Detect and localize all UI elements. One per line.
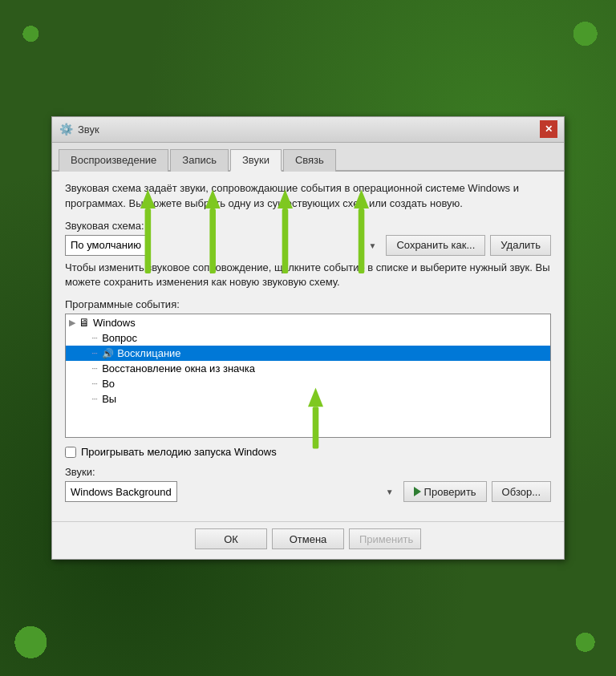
- scheme-description: Звуковая схема задаёт звуки, сопровождаю…: [65, 181, 551, 212]
- startup-checkbox-row: Проигрывать мелодию запуска Windows: [65, 446, 551, 458]
- apply-button[interactable]: Применить: [349, 528, 421, 549]
- title-bar-left: ⚙️ Звук: [59, 122, 99, 136]
- title-bar: ⚙️ Звук ✕: [52, 117, 564, 143]
- play-icon: [414, 487, 421, 496]
- sounds-panel: Звуковая схема задаёт звуки, сопровождаю…: [52, 172, 564, 521]
- startup-label[interactable]: Проигрывать мелодию запуска Windows: [81, 446, 277, 458]
- sound-icon: ⚙️: [59, 122, 73, 136]
- group-folder-icon: 🖥: [79, 316, 90, 329]
- tree-line-5: ····: [91, 395, 97, 403]
- sounds-label: Звуки:: [65, 466, 551, 478]
- sounds-row: Windows Background Проверить Обзор...: [65, 481, 551, 502]
- browse-button[interactable]: Обзор...: [492, 481, 551, 502]
- scheme-select-wrapper: По умолчанию: [65, 235, 381, 256]
- ok-button[interactable]: ОК: [195, 528, 267, 549]
- window-title: Звук: [78, 123, 99, 136]
- group-label: Windows: [93, 317, 136, 329]
- test-button[interactable]: Проверить: [403, 481, 487, 502]
- event-vopros[interactable]: ···· Вопрос: [66, 330, 550, 346]
- tab-playback[interactable]: Воспроизведение: [59, 149, 168, 172]
- event-label-vosstanovlenie: Восстановление окна из значка: [102, 362, 255, 374]
- tab-sounds[interactable]: Звуки: [230, 149, 282, 172]
- tab-bar: Воспроизведение Запись Звуки Связь: [52, 143, 564, 172]
- event-label-vy: Вы: [102, 393, 116, 405]
- scheme-row: По умолчанию Сохранить как... Удалить: [65, 235, 551, 256]
- event-vosstanovlenie[interactable]: ···· Восстановление окна из значка: [66, 361, 550, 376]
- save-as-button[interactable]: Сохранить как...: [386, 235, 485, 256]
- event-vo[interactable]: ···· Во: [66, 376, 550, 391]
- tab-record[interactable]: Запись: [170, 149, 229, 172]
- change-description: Чтобы изменить звуковое сопровождение, щ…: [65, 261, 551, 291]
- group-expand-icon: ▶: [69, 318, 75, 328]
- tree-line-2: ····: [91, 349, 97, 358]
- event-label-vopros: Вопрос: [102, 332, 137, 344]
- scheme-label: Звуковая схема:: [65, 220, 551, 232]
- tab-comm[interactable]: Связь: [283, 149, 336, 172]
- sound-dialog: ⚙️ Звук ✕ Воспроизведение Запись Звуки С…: [51, 116, 565, 560]
- tree-line-3: ····: [91, 364, 97, 373]
- sound-select-wrapper: Windows Background: [65, 481, 399, 502]
- footer-buttons: ОК Отмена Применить: [52, 521, 564, 559]
- tree-line-1: ····: [91, 334, 97, 342]
- event-vy[interactable]: ···· Вы: [66, 391, 550, 407]
- windows-group[interactable]: ▶ 🖥 Windows: [66, 314, 550, 330]
- cancel-button[interactable]: Отмена: [272, 528, 344, 549]
- sound-select[interactable]: Windows Background: [65, 481, 177, 502]
- events-list-container[interactable]: ▶ 🖥 Windows ···· Вопрос ···· 🔊 Восклицан…: [65, 314, 551, 438]
- close-button[interactable]: ✕: [540, 120, 557, 138]
- test-label: Проверить: [424, 486, 476, 498]
- speaker-icon: 🔊: [102, 348, 114, 359]
- tree-line-4: ····: [91, 379, 97, 388]
- startup-checkbox[interactable]: [65, 447, 76, 458]
- event-vosklitsanie[interactable]: ···· 🔊 Восклицание: [66, 346, 550, 361]
- scheme-select[interactable]: По умолчанию: [65, 235, 147, 256]
- events-list: ▶ 🖥 Windows ···· Вопрос ···· 🔊 Восклицан…: [66, 314, 550, 407]
- event-label-vosklitsanie: Восклицание: [117, 347, 180, 359]
- event-label-vo: Во: [102, 378, 115, 390]
- delete-button[interactable]: Удалить: [490, 235, 551, 256]
- events-label: Программные события:: [65, 298, 551, 310]
